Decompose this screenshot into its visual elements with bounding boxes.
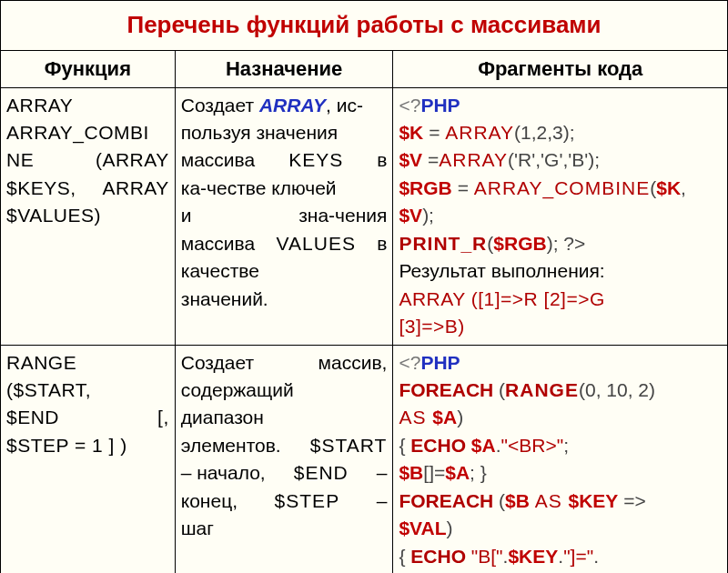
title-row: Перечень функций работы с массивами [1,1,728,51]
func-line: ($START, [6,377,169,404]
func-line: NE (ARRAY [6,146,169,174]
code-line: AS $A) [399,404,722,431]
code-line: PRINT_R($RGB); ?> [399,230,722,257]
desc-cell: Создает ARRAY, ис- пользуя значения масс… [175,87,393,345]
func-line: $STEP = 1 ] ) [6,432,169,459]
page-title: Перечень функций работы с массивами [1,1,728,51]
func-cell: RANGE ($START, $END [, $STEP = 1 ] ) [1,345,176,573]
code-cell: <?PHP $K = ARRAY(1,2,3); $V =ARRAY('R','… [393,87,728,345]
func-line: $END [, [6,404,169,431]
func-line: ARRAY [6,92,169,119]
header-desc: Назначение [175,50,393,87]
desc-line: качестве [181,257,388,285]
func-line: $KEYS, ARRAY [6,175,169,202]
table-row: RANGE ($START, $END [, $STEP = 1 ] ) Соз… [1,345,728,573]
desc-line: диапазон [181,404,388,431]
desc-line: значений. [181,286,388,313]
code-line: $RGB = ARRAY_COMBINE($K, [399,175,722,202]
desc-line: элементов. $START [181,432,388,459]
desc-line: Создает массив, [181,349,388,377]
func-cell: ARRAY ARRAY_COMBI NE (ARRAY $KEYS, ARRAY… [1,87,176,345]
code-line: $VAL) [399,515,722,542]
desc-line: и зна-чения [181,202,388,229]
desc-line: Создает ARRAY, ис- [181,92,388,119]
code-line: FOREACH ($B AS $KEY => [399,488,722,515]
desc-line: пользуя значения [181,119,388,146]
code-line: $B[]=$A; } [399,459,722,487]
desc-line: содержащий [181,377,388,404]
code-line: $V); [399,202,722,229]
result-line: [3]=>B) [399,313,722,340]
desc-line: ка-честве ключей [181,175,388,202]
result-line: ARRAY ([1]=>R [2]=>G [399,286,722,313]
header-code: Фрагменты кода [393,50,728,87]
code-cell: <?PHP FOREACH (RANGE(0, 10, 2) AS $A) { … [393,345,728,573]
code-line: <?PHP [399,92,722,119]
functions-table: Перечень функций работы с массивами Функ… [0,0,728,573]
header-func: Функция [1,50,176,87]
desc-line: конец, $STEP – [181,488,388,515]
desc-line: – начало, $END – [181,459,388,487]
func-line: RANGE [6,349,169,377]
code-line: { ECHO $A."<BR>"; [399,432,722,459]
table-row: ARRAY ARRAY_COMBI NE (ARRAY $KEYS, ARRAY… [1,87,728,345]
desc-cell: Создает массив, содержащий диапазон элем… [175,345,393,573]
code-line: $V =ARRAY('R','G','B'); [399,146,722,174]
func-line: ARRAY_COMBI [6,119,169,146]
code-line: $K = ARRAY(1,2,3); [399,119,722,146]
header-row: Функция Назначение Фрагменты кода [1,50,728,87]
desc-line: шаг [181,515,388,542]
result-label: Результат выполнения: [399,257,722,285]
code-line: FOREACH (RANGE(0, 10, 2) [399,377,722,404]
code-line: { ECHO "B[".$KEY."]=". [399,543,722,570]
desc-line: массива VALUES в [181,230,388,257]
desc-line: массива KEYS в [181,146,388,174]
func-line: $VALUES) [6,202,169,229]
code-line: <?PHP [399,349,722,377]
